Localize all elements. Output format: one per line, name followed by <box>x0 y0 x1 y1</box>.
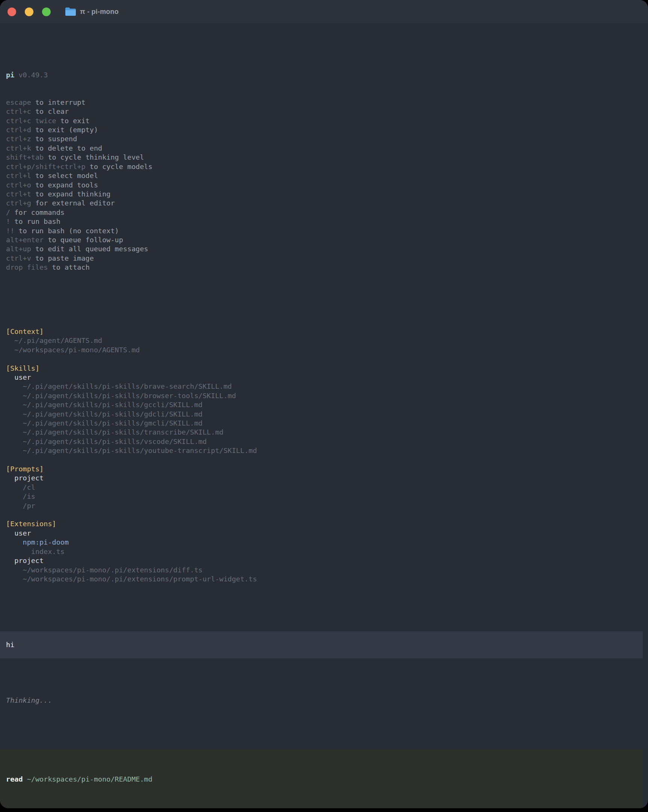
shortcut-line: ctrl+d to exit (empty) <box>6 125 642 134</box>
section-line: /is <box>6 492 642 501</box>
text-segment: to cycle models <box>85 163 152 171</box>
text-segment: ctrl+t <box>6 190 31 198</box>
section-line: ~/.pi/agent/skills/pi-skills/vscode/SKIL… <box>6 437 642 446</box>
info-section: [Skills] user ~/.pi/agent/skills/pi-skil… <box>6 364 642 456</box>
text-segment: to clear <box>31 107 69 115</box>
tool-argument: ~/workspaces/pi-mono/README.md <box>23 775 152 783</box>
text-segment: ! <box>6 217 10 225</box>
shortcut-line: ctrl+o to expand tools <box>6 181 642 190</box>
shortcut-line: ctrl+c to clear <box>6 107 642 116</box>
shortcut-line: ! to run bash <box>6 217 642 226</box>
shortcut-line: ctrl+g for external editor <box>6 199 642 208</box>
shortcut-line: drop files to attach <box>6 263 642 272</box>
text-segment: ctrl+o <box>6 181 31 189</box>
window-title: π - pi-mono <box>80 8 119 16</box>
text-segment: to expand thinking <box>31 190 111 198</box>
zoom-window-button[interactable] <box>42 8 51 16</box>
app-version-line: pi v0.49.3 <box>6 70 642 79</box>
section-line: /pr <box>6 501 642 510</box>
text-segment: to paste image <box>31 254 94 262</box>
text-segment: alt+up <box>6 245 31 253</box>
text-segment: ctrl+c twice <box>6 117 56 125</box>
section-title: [Extensions] <box>6 519 642 528</box>
section-line: /cl <box>6 483 642 492</box>
minimize-window-button[interactable] <box>25 8 34 16</box>
text-segment: to delete to end <box>31 144 102 152</box>
app-name: pi <box>6 71 14 79</box>
shortcut-line: shift+tab to cycle thinking level <box>6 153 642 162</box>
section-title: [Prompts] <box>6 465 642 474</box>
section-title: [Context] <box>6 327 642 336</box>
shortcut-line: ctrl+v to paste image <box>6 254 642 263</box>
text-segment: / <box>6 208 10 216</box>
shortcut-line: ctrl+z to suspend <box>6 134 642 143</box>
text-segment: alt+enter <box>6 236 44 244</box>
section-line: ~/.pi/agent/skills/pi-skills/browser-too… <box>6 391 642 400</box>
app-version: v0.49.3 <box>18 71 48 79</box>
section-line: ~/workspaces/pi-mono/.pi/extensions/prom… <box>6 575 642 584</box>
text-segment: ctrl+k <box>6 144 31 152</box>
text-segment: ctrl+g <box>6 199 31 207</box>
text-segment: to exit (empty) <box>31 126 98 134</box>
text-segment: to interrupt <box>31 98 85 106</box>
tool-name: read <box>6 775 23 783</box>
section-line: ~/.pi/agent/skills/pi-skills/gccli/SKILL… <box>6 400 642 409</box>
section-line: npm:pi-doom <box>6 538 642 547</box>
text-segment: !! <box>6 227 14 235</box>
traffic-lights <box>8 8 51 16</box>
help-block: pi v0.49.3 escape to interruptctrl+c to … <box>0 52 648 291</box>
text-segment: ctrl+z <box>6 135 31 143</box>
text-segment: ctrl+c <box>6 107 31 115</box>
text-segment: to cycle thinking level <box>44 153 144 161</box>
shortcut-line: ctrl+c twice to exit <box>6 116 642 125</box>
shortcut-line: !! to run bash (no context) <box>6 226 642 235</box>
folder-icon <box>65 7 76 16</box>
text-segment: ctrl+v <box>6 254 31 262</box>
section-line: project <box>6 556 642 565</box>
thinking-indicator: Thinking... <box>0 696 648 705</box>
shortcut-line: ctrl+t to expand thinking <box>6 190 642 199</box>
section-line: user <box>6 373 642 382</box>
section-line: ~/.pi/agent/skills/pi-skills/transcribe/… <box>6 428 642 437</box>
text-segment: drop files <box>6 263 48 271</box>
shortcut-line: ctrl+l to select model <box>6 171 642 180</box>
text-segment: to expand tools <box>31 181 98 189</box>
section-line: ~/.pi/agent/AGENTS.md <box>6 336 642 345</box>
text-segment: for external editor <box>31 199 115 207</box>
text-segment: to run bash (no context) <box>14 227 119 235</box>
section-line: ~/.pi/agent/skills/pi-skills/gdcli/SKILL… <box>6 410 642 419</box>
info-sections: [Context] ~/.pi/agent/AGENTS.md ~/worksp… <box>0 327 648 584</box>
text-segment: to queue follow-up <box>44 236 123 244</box>
section-title: [Skills] <box>6 364 642 373</box>
user-message: hi <box>0 631 643 658</box>
info-section: [Extensions] user npm:pi-doom index.ts p… <box>6 519 642 584</box>
shortcut-line: / for commands <box>6 208 642 217</box>
section-line: ~/workspaces/pi-mono/AGENTS.md <box>6 345 642 354</box>
close-window-button[interactable] <box>8 8 16 16</box>
section-line: ~/.pi/agent/skills/pi-skills/youtube-tra… <box>6 446 642 455</box>
window-titlebar: π - pi-mono <box>0 0 648 23</box>
shortcut-line: ctrl+k to delete to end <box>6 144 642 153</box>
info-section: [Context] ~/.pi/agent/AGENTS.md ~/worksp… <box>6 327 642 354</box>
section-line: user <box>6 529 642 538</box>
text-segment: to exit <box>56 117 90 125</box>
section-line: ~/.pi/agent/skills/pi-skills/brave-searc… <box>6 382 642 391</box>
section-line: ~/workspaces/pi-mono/.pi/extensions/diff… <box>6 566 642 575</box>
shortcut-line: escape to interrupt <box>6 98 642 107</box>
shortcut-line: alt+enter to queue follow-up <box>6 235 642 244</box>
text-segment: to select model <box>31 172 98 180</box>
section-line: index.ts <box>6 547 642 556</box>
read-tool-call: read ~/workspaces/pi-mono/README.md <p a… <box>0 749 643 808</box>
shortcut-lines: escape to interruptctrl+c to clearctrl+c… <box>6 98 642 272</box>
text-segment: for commands <box>10 208 65 216</box>
shortcut-line: ctrl+p/shift+ctrl+p to cycle models <box>6 162 642 171</box>
text-segment: to suspend <box>31 135 77 143</box>
info-section: [Prompts] project /cl /is /pr <box>6 465 642 510</box>
terminal-window: π - pi-mono pi v0.49.3 escape to interru… <box>0 0 648 808</box>
text-segment: to run bash <box>10 217 61 225</box>
text-segment: escape <box>6 98 31 106</box>
text-segment: to attach <box>48 263 89 271</box>
tool-call-header: read ~/workspaces/pi-mono/README.md <box>6 775 637 784</box>
section-line: project <box>6 474 642 482</box>
text-segment: to edit all queued messages <box>31 245 148 253</box>
